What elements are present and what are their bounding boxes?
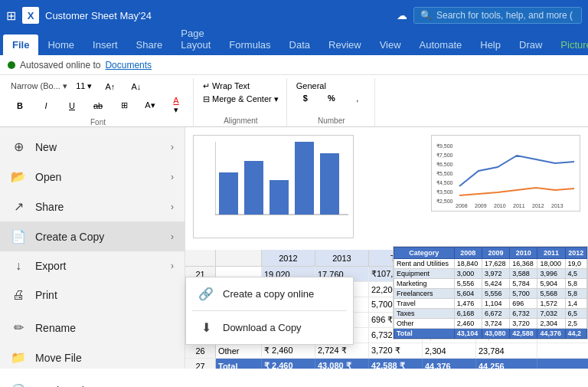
menu-item-open[interactable]: 📂 Open › (0, 162, 185, 192)
menu-item-print[interactable]: 🖨 Print (0, 280, 185, 310)
svg-text:2011: 2011 (513, 203, 525, 208)
font-decrease-btn[interactable]: A↓ (124, 80, 149, 93)
tab-home[interactable]: Home (38, 34, 83, 55)
bar-chart: 2008 2009 2010 2012 2013 ₹1,500 ₹2,500 ₹… (193, 135, 354, 238)
cell-26-label[interactable]: Other (216, 343, 262, 358)
cell-26-v1[interactable]: ₹ 2,460 (262, 343, 315, 358)
font-narrow-btn[interactable]: Narrow (Bo... ▾ (8, 80, 70, 93)
currency-btn[interactable]: $ (293, 92, 318, 104)
open-label: Open (35, 171, 162, 183)
number-section-label: Number (293, 115, 370, 125)
th-2011: 2011 (537, 248, 565, 259)
share-icon: ↗ (11, 199, 26, 214)
cell-27-total[interactable]: 44,256 (476, 359, 537, 369)
menu-item-create-copy[interactable]: 📄 Create a Copy › (0, 221, 185, 251)
bold-btn[interactable]: B (8, 100, 32, 112)
ribbon-number: General $ % , Number (289, 78, 375, 126)
underline-btn[interactable]: U (60, 100, 84, 112)
download-copy-icon: ⬇ (198, 320, 214, 335)
create-copy-icon: 📄 (11, 229, 26, 244)
tab-picture[interactable]: Picture (551, 34, 588, 55)
svg-text:₹4,500: ₹4,500 (436, 180, 453, 185)
cell-27-label[interactable]: Total (216, 359, 262, 369)
tab-insert[interactable]: Insert (83, 34, 127, 55)
create-copy-online-label: Create a copy online (223, 288, 314, 300)
move-file-icon: 📁 (11, 350, 26, 365)
data-table-inner: Category 2008 2009 2010 2011 2012 Rent a… (394, 247, 587, 339)
tab-draw[interactable]: Draw (510, 34, 551, 55)
svg-text:₹5,500: ₹5,500 (436, 171, 453, 176)
search-box[interactable]: 🔍 Search for tools, help, and more ( (413, 7, 582, 24)
search-icon: 🔍 (420, 10, 432, 21)
file-menu: ⊕ New › 📂 Open › ↗ Share › 📄 Create a Co… (0, 127, 185, 369)
fill-color-btn[interactable]: A▾ (138, 99, 162, 112)
italic-btn[interactable]: I (34, 100, 58, 112)
col-header-2012: 2012 (262, 250, 315, 266)
move-file-label: Move File (35, 352, 174, 364)
submenu-create-copy-online[interactable]: 🔗 Create a copy online (186, 277, 353, 310)
tab-share[interactable]: Share (127, 34, 172, 55)
cell-27-v2[interactable]: 43,080 ₹ (315, 359, 369, 369)
create-copy-label: Create a Copy (35, 231, 162, 243)
cell-26-total[interactable]: 23,784 (476, 343, 537, 358)
tab-data[interactable]: Data (280, 34, 319, 55)
data-table: Category 2008 2009 2010 2011 2012 Rent a… (393, 246, 588, 339)
cell-26-v4[interactable]: 2,304 (423, 343, 476, 358)
svg-text:₹7,500: ₹7,500 (436, 153, 453, 158)
open-icon: 📂 (11, 169, 26, 184)
comma-btn[interactable]: , (345, 92, 370, 104)
cell-27-v4[interactable]: 44,376 (423, 359, 476, 369)
font-size-btn[interactable]: 11 ▾ (72, 80, 96, 93)
print-icon: 🖨 (11, 288, 26, 302)
grid-icon[interactable]: ⊞ (6, 8, 16, 23)
create-copy-arrow: › (171, 231, 174, 242)
create-copy-submenu: 🔗 Create a copy online ⬇ Download a Copy (185, 277, 354, 345)
autosaved-bar: Autosaved online to Documents (0, 55, 588, 75)
cell-27-v1[interactable]: ₹ 2,460 (262, 359, 315, 369)
rename-icon: ✏ (11, 320, 26, 335)
excel-icon: X (22, 7, 39, 24)
table-row: Other 2,460 3,724 3,720 2,304 2,5 (394, 319, 587, 329)
autosaved-text: Autosaved online to (20, 60, 100, 71)
row-num-26: 26 (185, 343, 216, 358)
tab-page-layout[interactable]: Page Layout (172, 23, 220, 55)
borders-btn[interactable]: ⊞ (112, 99, 136, 112)
tab-automate[interactable]: Automate (410, 34, 472, 55)
svg-rect-5 (295, 142, 314, 215)
tab-view[interactable]: View (371, 34, 410, 55)
cell-26-v3[interactable]: 3,720 ₹ (369, 343, 423, 358)
svg-rect-3 (244, 161, 263, 215)
svg-rect-6 (320, 153, 339, 215)
menu-item-move-file[interactable]: 📁 Move File (0, 343, 185, 372)
svg-text:2010: 2010 (494, 203, 506, 208)
cell-27-v3[interactable]: 42,588 ₹ (369, 359, 423, 369)
tab-help[interactable]: Help (471, 34, 510, 55)
menu-item-share[interactable]: ↗ Share › (0, 192, 185, 221)
svg-text:₹9,500: ₹9,500 (436, 143, 453, 149)
menu-item-version-history[interactable]: 🕐 Version History (0, 376, 185, 387)
menu-item-rename[interactable]: ✏ Rename (0, 313, 185, 343)
open-arrow: › (171, 172, 174, 182)
percent-btn[interactable]: % (319, 92, 344, 104)
autosaved-indicator (8, 61, 15, 69)
menu-item-new[interactable]: ⊕ New › (0, 132, 185, 162)
wrap-text-btn[interactable]: ↵ Wrap Text (200, 80, 253, 93)
documents-link[interactable]: Documents (105, 60, 152, 71)
col-header-a (216, 250, 262, 266)
tab-review[interactable]: Review (319, 34, 371, 55)
cell-26-v2[interactable]: 2,724 ₹ (315, 343, 369, 358)
tab-formulas[interactable]: Formulas (220, 34, 279, 55)
svg-text:₹6,500: ₹6,500 (436, 162, 453, 167)
tab-file[interactable]: File (3, 34, 38, 55)
merge-center-btn[interactable]: ⊟ Merge & Center ▾ (200, 93, 282, 106)
table-row: Rent and Utilities 18,840 17,628 16,368 … (394, 259, 587, 269)
download-copy-label: Download a Copy (223, 322, 302, 333)
share-arrow: › (171, 202, 174, 212)
submenu-download-copy[interactable]: ⬇ Download a Copy (186, 311, 353, 344)
line-chart-svg: ₹9,500 ₹7,500 ₹6,500 ₹5,500 ₹4,500 ₹3,50… (436, 140, 577, 208)
ribbon-clipboard: Narrow (Bo... ▾ 11 ▾ A↑ A↓ B I U ab ⊞ A▾… (3, 78, 194, 126)
font-color-btn[interactable]: A▾ (164, 94, 188, 116)
strikethrough-btn[interactable]: ab (86, 100, 110, 112)
font-increase-btn[interactable]: A↑ (98, 80, 122, 93)
menu-item-export[interactable]: ↓ Export › (0, 251, 185, 280)
